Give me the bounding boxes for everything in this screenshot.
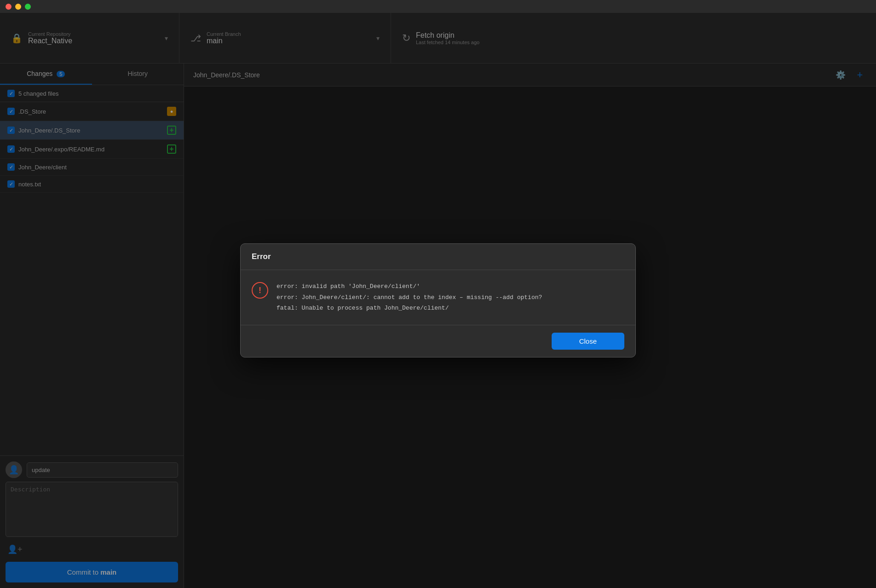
maximize-button-traffic[interactable] [25, 4, 31, 10]
titlebar [0, 0, 876, 13]
error-line-1: error: invalid path 'John_Deere/client/' [277, 281, 542, 292]
minimize-button-traffic[interactable] [15, 4, 21, 10]
error-dialog-title: Error [252, 252, 271, 261]
close-button[interactable]: Close [552, 333, 624, 350]
error-dialog-header: Error [241, 244, 635, 270]
error-line-2: error: John_Deere/client/: cannot add to… [277, 292, 542, 303]
error-dialog: Error ! error: invalid path 'John_Deere/… [240, 243, 636, 357]
error-line-3: fatal: Unable to process path John_Deere… [277, 303, 542, 313]
error-dialog-footer: Close [241, 325, 635, 357]
error-overlay: Error ! error: invalid path 'John_Deere/… [0, 13, 876, 588]
close-button-traffic[interactable] [6, 4, 12, 10]
error-icon: ! [252, 282, 268, 299]
error-messages: error: invalid path 'John_Deere/client/'… [277, 281, 542, 313]
error-dialog-body: ! error: invalid path 'John_Deere/client… [241, 270, 635, 324]
